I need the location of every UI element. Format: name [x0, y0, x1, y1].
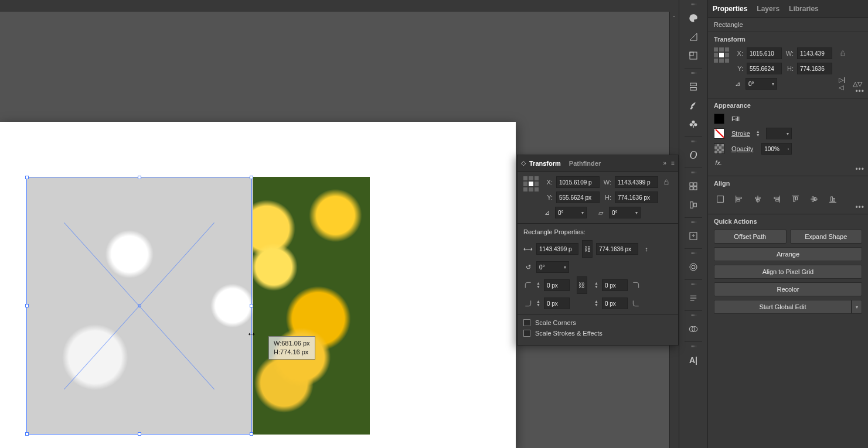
opacity-select[interactable]: 100%› [761, 143, 792, 155]
expand-shape-button[interactable]: Expand Shape [790, 230, 863, 244]
h-input[interactable] [797, 63, 832, 74]
global-edit-options-dropdown[interactable]: ▾ [852, 300, 862, 314]
add-effect-icon[interactable]: fx. [714, 158, 723, 167]
corner-bl-input[interactable] [544, 297, 570, 309]
fill-swatch[interactable] [714, 114, 724, 124]
corner-tl-input[interactable] [544, 279, 570, 291]
gradient-icon[interactable] [683, 258, 703, 276]
color-palette-icon[interactable] [683, 9, 703, 27]
stroke-swatch[interactable] [714, 128, 724, 139]
svg-point-1 [692, 15, 693, 16]
fp-rotate-select[interactable]: 0°▾ [555, 207, 587, 218]
link-wh-toggle[interactable]: ⛓ [582, 240, 593, 258]
x-label: X: [735, 50, 743, 57]
fp-x-input[interactable] [556, 176, 600, 188]
brushes-icon[interactable] [683, 78, 703, 95]
align-section: Align ••• [708, 176, 868, 214]
corner-tr-input[interactable] [602, 279, 628, 291]
tab-pathfinder-float[interactable]: Pathfinder [569, 160, 601, 167]
rect-height-icon: ↕ [642, 244, 651, 254]
quick-actions-section: Quick Actions Offset Path Expand Shape A… [708, 214, 868, 319]
rect-width-input[interactable] [536, 243, 578, 255]
align-pixel-grid-button[interactable]: Align to Pixel Grid [714, 265, 862, 279]
reference-point-locator-float[interactable] [523, 176, 539, 191]
recolor-button[interactable]: Recolor [714, 282, 862, 296]
stroke-link[interactable]: Stroke [731, 130, 750, 137]
panel-tabs: Properties Layers Libraries [708, 0, 868, 18]
character-icon[interactable]: A| [683, 351, 703, 369]
placed-image[interactable] [26, 177, 370, 435]
transparency-icon[interactable] [683, 320, 703, 338]
symbols-clover-icon[interactable] [683, 115, 703, 133]
fp-h-input[interactable] [615, 191, 658, 203]
start-global-edit-button[interactable]: Start Global Edit [714, 300, 852, 314]
tab-transform-float[interactable]: Transform [529, 160, 561, 167]
rotate-angle-select[interactable]: 0°▾ [746, 78, 777, 90]
stroke-weight-stepper[interactable]: ▲▼ [756, 130, 760, 137]
scale-corners-checkbox[interactable]: Scale Corners [523, 319, 672, 326]
svg-rect-45 [665, 182, 668, 184]
svg-rect-14 [694, 187, 697, 190]
svg-rect-35 [776, 200, 779, 201]
panel-menu-icon[interactable]: ≡ [671, 160, 675, 166]
rect-rotate-reset-icon[interactable]: ↺ [523, 262, 533, 272]
panel-link-icon[interactable]: ◇ [521, 159, 526, 167]
appearance-more-options-icon[interactable]: ••• [855, 165, 864, 173]
reference-point-locator[interactable] [714, 47, 729, 63]
align-hcenter-icon[interactable] [751, 193, 764, 206]
fp-w-input[interactable] [615, 176, 658, 188]
paragraph-icon[interactable] [683, 289, 703, 307]
fp-lock-proportions-icon[interactable] [662, 177, 671, 187]
rect-angle-select[interactable]: 0°▾ [536, 261, 569, 273]
tab-layers[interactable]: Layers [757, 5, 780, 13]
align-vcenter-icon[interactable] [808, 193, 821, 206]
color-guide-icon[interactable] [683, 28, 703, 46]
align-right-icon[interactable] [770, 193, 783, 206]
transform-title: Transform [714, 36, 862, 43]
collapse-arrow-icon[interactable]: ˄ [673, 15, 676, 21]
corner-bl-stepper[interactable]: ▲▼ [536, 300, 540, 307]
artboard[interactable]: ↔ W:681.06 px H:774.16 px [0, 122, 516, 448]
transform-more-options-icon[interactable]: ••• [855, 87, 864, 95]
flip-horizontal-icon[interactable]: ▷|◁ [839, 79, 848, 88]
tab-libraries[interactable]: Libraries [789, 5, 819, 13]
collapse-panel-icon[interactable]: » [663, 160, 667, 166]
fp-shear-select[interactable]: 0°▾ [609, 207, 641, 218]
fp-y-input[interactable] [556, 191, 600, 203]
align-more-options-icon[interactable]: ••• [855, 203, 864, 211]
rect-height-input[interactable] [596, 243, 638, 255]
tab-properties[interactable]: Properties [713, 5, 747, 13]
symbols-paint-icon[interactable] [683, 97, 703, 114]
align-panel-icon[interactable] [683, 196, 703, 214]
asset-export-icon[interactable] [683, 227, 703, 245]
offset-path-button[interactable]: Offset Path [714, 230, 787, 244]
h-label: H: [785, 65, 794, 72]
w-input[interactable] [797, 47, 832, 59]
corner-br-input[interactable] [602, 297, 628, 309]
lock-proportions-icon[interactable] [838, 49, 847, 58]
drag-dots-icon [687, 72, 699, 74]
svg-rect-37 [794, 197, 795, 201]
transform-grid-icon[interactable] [683, 177, 703, 195]
corner-tl-stepper[interactable]: ▲▼ [536, 282, 540, 289]
scale-strokes-checkbox[interactable]: Scale Strokes & Effects [523, 330, 672, 337]
swatches-icon[interactable] [683, 47, 703, 64]
y-input[interactable] [747, 63, 782, 74]
opacity-swatch[interactable] [714, 143, 724, 154]
x-input[interactable] [747, 47, 782, 59]
opacity-link[interactable]: Opacity [731, 145, 753, 152]
arrange-button[interactable]: Arrange [714, 247, 862, 261]
stroke-weight-select[interactable]: ▾ [766, 128, 792, 139]
corner-tr-stepper[interactable]: ▲▼ [594, 282, 598, 289]
align-to-selector[interactable] [714, 193, 727, 206]
drag-dots-icon [687, 283, 699, 286]
properties-panel: Properties Layers Libraries Rectangle Tr… [708, 0, 868, 448]
align-left-icon[interactable] [733, 193, 746, 206]
align-bottom-icon[interactable] [826, 193, 839, 206]
link-corners-toggle[interactable]: ⛓ [577, 276, 587, 294]
corner-br-stepper[interactable]: ▲▼ [594, 300, 598, 307]
drag-dots-icon [687, 252, 699, 255]
rect-properties-title: Rectangle Properties: [523, 228, 672, 235]
align-top-icon[interactable] [789, 193, 802, 206]
opentype-icon[interactable]: O [683, 146, 703, 164]
